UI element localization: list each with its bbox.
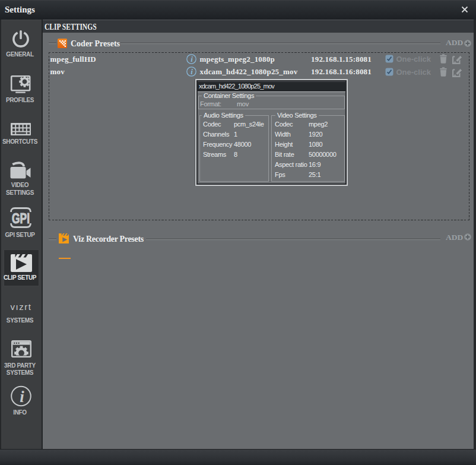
svg-text:i: i xyxy=(20,388,24,406)
svg-text:i: i xyxy=(191,67,193,76)
svg-text:i: i xyxy=(191,55,193,64)
svg-text:GPI: GPI xyxy=(12,211,30,226)
